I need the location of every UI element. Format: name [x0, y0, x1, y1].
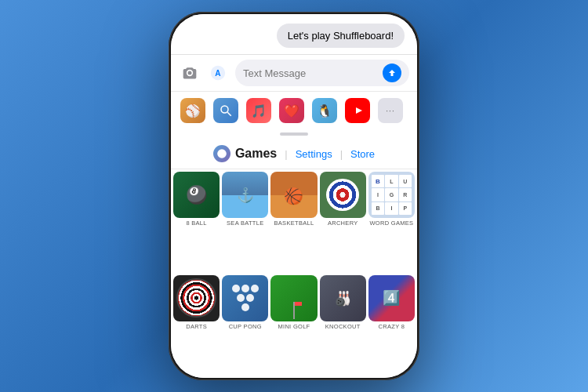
games-header: Games | Settings | Store: [171, 139, 417, 169]
game-item-minigolf[interactable]: MINI GOLF: [270, 275, 317, 376]
game-label-seabattle: SEA BATTLE: [227, 220, 263, 227]
game-label-crazy8: CRAZY 8: [379, 323, 405, 330]
game-item-crazy8[interactable]: 4️⃣ CRAZY 8: [368, 275, 415, 376]
game-item-wordgames[interactable]: B L U I G R B I P WORD GAMES: [368, 172, 415, 273]
game-label-basketball: BASKETBALL: [274, 220, 314, 227]
games-title: Games: [235, 147, 277, 161]
message-text: Let's play Shuffleboard!: [288, 30, 394, 42]
game-label-darts: DARTS: [186, 323, 207, 330]
message-bubble: Let's play Shuffleboard!: [277, 24, 405, 48]
game-label-archery: ARCHERY: [328, 220, 358, 227]
svg-point-3: [221, 106, 228, 113]
settings-link[interactable]: Settings: [296, 148, 332, 160]
game-item-8ball[interactable]: 🎱 8 BALL: [173, 172, 220, 273]
game-item-basketball[interactable]: 🏀 BASKETBALL: [270, 172, 317, 273]
phone-screen: Let's play Shuffleboard! A: [171, 14, 417, 378]
youtube-app-icon[interactable]: [345, 98, 370, 123]
game-label-minigolf: MINI GOLF: [278, 323, 310, 330]
baseball-app-icon[interactable]: ⚾: [180, 98, 205, 123]
game-item-knockout[interactable]: 🎳 KNOCKOUT: [320, 275, 366, 376]
app-icon-row: ⚾ 🎵 ❤️ 🐧 ···: [171, 91, 417, 129]
message-area: Let's play Shuffleboard!: [171, 14, 417, 54]
game-label-wordgames: WORD GAMES: [369, 220, 413, 227]
send-button[interactable]: [383, 64, 401, 82]
games-grid: 🎱 8 BALL ⚓ SEA BATTLE 🏀 BASKETBAL: [171, 169, 417, 378]
game-label-knockout: KNOCKOUT: [325, 323, 361, 330]
drag-handle: [171, 129, 417, 139]
phone-frame: Let's play Shuffleboard! A: [169, 12, 419, 380]
svg-point-0: [188, 71, 192, 75]
camera-icon[interactable]: [179, 62, 201, 84]
music-app-icon[interactable]: 🎵: [246, 98, 271, 123]
search-app-icon[interactable]: [213, 98, 238, 123]
svg-marker-5: [356, 107, 362, 114]
game-label-8ball: 8 BALL: [186, 220, 206, 227]
game-item-seabattle[interactable]: ⚓ SEA BATTLE: [222, 172, 268, 273]
svg-text:A: A: [215, 69, 221, 78]
games-logo: [213, 145, 230, 162]
appstore-icon[interactable]: A: [207, 62, 229, 84]
drag-pill: [280, 132, 308, 136]
health-app-icon[interactable]: ❤️: [279, 98, 304, 123]
game-item-cuppong[interactable]: CUP PONG: [222, 275, 268, 376]
svg-line-4: [227, 112, 231, 116]
store-link[interactable]: Store: [350, 148, 375, 160]
text-input-container[interactable]: [235, 60, 409, 86]
more-apps-icon[interactable]: ···: [378, 98, 403, 123]
tweetbot-app-icon[interactable]: 🐧: [312, 98, 337, 123]
input-bar: A: [171, 54, 417, 91]
games-panel: Games | Settings | Store 🎱 8 BALL: [171, 139, 417, 378]
text-message-input[interactable]: [243, 67, 383, 79]
game-label-cuppong: CUP PONG: [229, 323, 262, 330]
game-item-archery[interactable]: ARCHERY: [320, 172, 366, 273]
game-item-darts[interactable]: DARTS: [173, 275, 220, 376]
